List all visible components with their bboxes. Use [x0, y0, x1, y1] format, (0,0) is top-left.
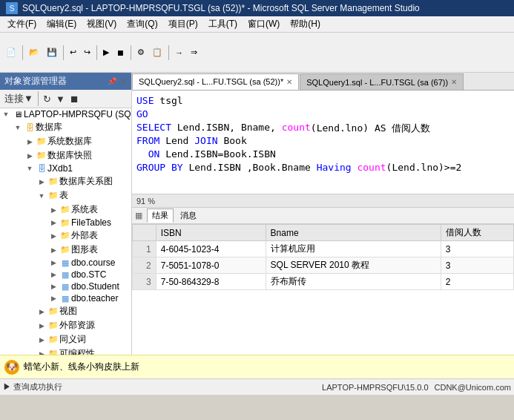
code-editor[interactable]: USE tsgl GO SELECT Lend.ISBN, Bname, cou… — [132, 91, 514, 194]
results-grid[interactable]: ISBN Bname 借阅人数 1 4-6045-1023-4 计算机应用 3 — [132, 224, 514, 355]
jxdb1-expand: ▼ — [24, 165, 36, 172]
server-icon: 🖥 — [12, 109, 24, 119]
code-line-3: SELECT Lend.ISBN, Bname, count(Lend.lno)… — [136, 122, 510, 135]
snapshot-icon: 📁 — [36, 151, 47, 161]
table-row: 1 4-6045-1023-4 计算机应用 3 — [133, 241, 514, 257]
redo-btn[interactable]: ↪ — [81, 46, 93, 59]
object-explorer-panel: 对象资源管理器 📌 ✕ 连接▼ ↻ ▼ ⏹ ▼ 🖥 LAPTOP-HMPRSQF… — [0, 73, 132, 355]
syn-expand: ▶ — [36, 336, 47, 344]
tree-area[interactable]: ▼ 🖥 LAPTOP-HMPRSQFU (SQL Server ... ▼ 🗄 … — [0, 108, 131, 355]
systables-icon: 📁 — [59, 205, 71, 215]
tab1-label: SQLQuery1.sql - L...FU.TSGL (sa (67)) — [306, 78, 448, 87]
graphtables-label: 图形表 — [71, 243, 98, 256]
menu-file[interactable]: 文件(F) — [3, 16, 41, 32]
tab-query1[interactable]: SQLQuery1.sql - L...FU.TSGL (sa (67)) ✕ — [300, 73, 464, 90]
tree-synonyms[interactable]: ▶ 📁 同义词 — [0, 332, 131, 347]
tables-expand: ▼ — [36, 192, 47, 200]
tree-root[interactable]: ▼ 🖥 LAPTOP-HMPRSQFU (SQL Server ... — [0, 108, 131, 120]
status-server: LAPTOP-HMPRSQFU\15.0.0 — [322, 383, 428, 392]
tree-programmability[interactable]: ▶ 📁 可编程性 — [0, 347, 131, 355]
connect-dropdown-btn[interactable]: 连接▼ — [3, 91, 35, 106]
tree-db-snapshot[interactable]: ▶ 📁 数据库快照 — [0, 148, 131, 163]
row2-isbn: 7-5051-1078-0 — [156, 257, 266, 274]
tree-ext-resources[interactable]: ▶ 📁 外部资源 — [0, 318, 131, 332]
undo-btn[interactable]: ↩ — [67, 46, 79, 59]
tree-ext-tables[interactable]: ▶ 📁 外部表 — [0, 229, 131, 243]
tree-views[interactable]: ▶ 📁 视图 — [0, 304, 131, 318]
tree-student[interactable]: ▶ ▦ dbo.Student — [0, 280, 131, 292]
tables-icon: 📁 — [47, 191, 59, 201]
sep4 — [131, 45, 131, 60]
col-isbn: ISBN — [156, 225, 266, 241]
save-btn[interactable]: 💾 — [44, 46, 60, 59]
sep5 — [168, 45, 169, 60]
status-left: ▶ 查询成功执行 — [3, 381, 62, 393]
tab2-label: SQLQuery2.sql - L...FU.TSGL (sa (52))* — [139, 77, 283, 86]
tree-system-db[interactable]: ▶ 📁 系统数据库 — [0, 134, 131, 148]
debug-btn[interactable]: ▶ — [100, 46, 112, 59]
databases-label: 数据库 — [36, 121, 62, 134]
sep3 — [96, 45, 97, 60]
tab1-close[interactable]: ✕ — [451, 78, 457, 86]
menu-view[interactable]: 视图(V) — [82, 16, 121, 32]
stop-btn[interactable]: ⏹ — [113, 47, 128, 59]
tree-course[interactable]: ▶ ▦ dbo.course — [0, 257, 131, 269]
tree-jxdb1[interactable]: ▼ 🗄 JXdb1 — [0, 163, 131, 174]
arrow-btn[interactable]: → — [172, 47, 186, 59]
kw-select: SELECT — [136, 122, 171, 133]
results-tab-results[interactable]: 结果 — [147, 209, 174, 223]
arrow2-btn[interactable]: ⇒ — [188, 46, 200, 59]
extres-expand: ▶ — [36, 322, 47, 329]
tree-filetables[interactable]: ▶ 📁 FileTables — [0, 217, 131, 229]
editor-area: SQLQuery2.sql - L...FU.TSGL (sa (52))* ✕… — [132, 73, 514, 355]
tree-stc[interactable]: ▶ ▦ dbo.STC — [0, 269, 131, 280]
app-icon: S — [6, 2, 18, 14]
tab-query2[interactable]: SQLQuery2.sql - L...FU.TSGL (sa (52))* ✕ — [132, 73, 299, 90]
views-icon: 📁 — [47, 306, 59, 317]
tree-teacher[interactable]: ▶ ▦ dbo.teacher — [0, 292, 131, 304]
menu-tools[interactable]: 工具(T) — [204, 16, 242, 32]
root-expand-icon: ▼ — [0, 111, 12, 118]
jxdb1-icon: 🗄 — [36, 163, 47, 174]
tab2-close[interactable]: ✕ — [286, 78, 292, 86]
student-label: dbo.Student — [71, 281, 119, 292]
misc-btn2[interactable]: 📋 — [149, 46, 165, 59]
sep2 — [63, 45, 64, 60]
kw-go: GO — [136, 108, 148, 119]
course-icon: ▦ — [59, 257, 71, 268]
misc-btn1[interactable]: ⚙ — [134, 46, 148, 59]
new-query-btn[interactable]: 📄 — [3, 46, 19, 59]
close-panel-icon[interactable]: ✕ — [119, 76, 127, 87]
tree-graph-tables[interactable]: ▶ 📁 图形表 — [0, 243, 131, 257]
row3-num: 3 — [133, 274, 156, 290]
title-bar: S SQLQuery2.sql - LAPTOP-HMPRSQFU.TSGL (… — [0, 0, 514, 16]
pin-icon[interactable]: 📌 — [108, 77, 116, 85]
stop-panel-btn[interactable]: ⏹ — [68, 93, 81, 105]
menu-query[interactable]: 查询(Q) — [122, 16, 162, 32]
menu-help[interactable]: 帮助(H) — [286, 16, 325, 32]
systables-expand: ▶ — [47, 206, 59, 214]
prog-label: 可编程性 — [59, 347, 95, 355]
course-expand: ▶ — [47, 259, 59, 266]
tree-diagram[interactable]: ▶ 📁 数据库关系图 — [0, 174, 131, 188]
tree-tables[interactable]: ▼ 📁 表 — [0, 188, 131, 203]
row1-bname: 计算机应用 — [266, 241, 441, 257]
kw-having: Having — [317, 162, 352, 173]
row2-num: 2 — [133, 257, 156, 274]
tree-sys-tables[interactable]: ▶ 📁 系统表 — [0, 203, 131, 217]
menu-project[interactable]: 项目(P) — [164, 16, 202, 32]
menu-edit[interactable]: 编辑(E) — [42, 16, 81, 32]
code-line-2: GO — [136, 108, 510, 122]
results-tab-messages[interactable]: 消息 — [175, 209, 202, 223]
filter-btn[interactable]: ▼ — [54, 93, 67, 105]
sep-panel — [38, 91, 39, 106]
object-explorer-title: 对象资源管理器 — [4, 75, 67, 88]
row2-bname: SQL SERVER 2010 教程 — [266, 257, 441, 274]
filetables-label: FileTables — [71, 217, 111, 228]
teacher-icon: ▦ — [59, 293, 71, 303]
menu-window[interactable]: 窗口(W) — [243, 16, 284, 32]
refresh-btn[interactable]: ↻ — [42, 93, 53, 105]
open-btn[interactable]: 📂 — [26, 46, 42, 59]
tree-databases[interactable]: ▼ 🗄 数据库 — [0, 120, 131, 134]
code-line-5: ON Lend.ISBN=Book.ISBN — [136, 148, 510, 162]
